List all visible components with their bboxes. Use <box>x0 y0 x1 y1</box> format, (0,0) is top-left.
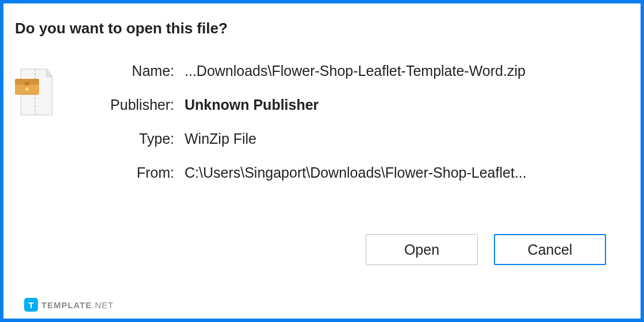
dialog-title: Do you want to open this file? <box>15 20 629 37</box>
svg-rect-2 <box>25 82 29 85</box>
type-value: WinZip File <box>185 131 256 147</box>
watermark-suffix: .NET <box>92 300 114 310</box>
publisher-row: Publisher: Unknown Publisher <box>64 97 629 113</box>
file-details: Name: ...Downloads\Flower-Shop-Leaflet-T… <box>64 63 629 198</box>
content-row: Name: ...Downloads\Flower-Shop-Leaflet-T… <box>15 66 629 198</box>
watermark: T TEMPLATE.NET <box>24 298 114 312</box>
button-row: Open Cancel <box>15 234 629 265</box>
publisher-value: Unknown Publisher <box>185 97 319 113</box>
name-row: Name: ...Downloads\Flower-Shop-Leaflet-T… <box>64 63 629 79</box>
watermark-brand: TEMPLATE <box>41 300 92 310</box>
from-row: From: C:\Users\Singaport\Downloads\Flowe… <box>64 164 629 181</box>
security-dialog: Do you want to open this file? Name: ...… <box>3 3 641 265</box>
type-row: Type: WinZip File <box>64 131 629 147</box>
zip-file-icon <box>15 66 58 118</box>
svg-point-3 <box>25 87 29 91</box>
publisher-label: Publisher: <box>64 97 185 113</box>
from-label: From: <box>64 164 185 181</box>
watermark-text: TEMPLATE.NET <box>41 300 114 310</box>
type-label: Type: <box>64 131 185 147</box>
cancel-button[interactable]: Cancel <box>494 234 606 265</box>
from-value: C:\Users\Singaport\Downloads\Flower-Shop… <box>185 164 527 181</box>
dialog-frame: Do you want to open this file? Name: ...… <box>0 0 644 322</box>
name-label: Name: <box>64 63 185 79</box>
watermark-logo-icon: T <box>24 298 38 312</box>
name-value: ...Downloads\Flower-Shop-Leaflet-Templat… <box>185 63 526 79</box>
open-button[interactable]: Open <box>366 234 478 265</box>
